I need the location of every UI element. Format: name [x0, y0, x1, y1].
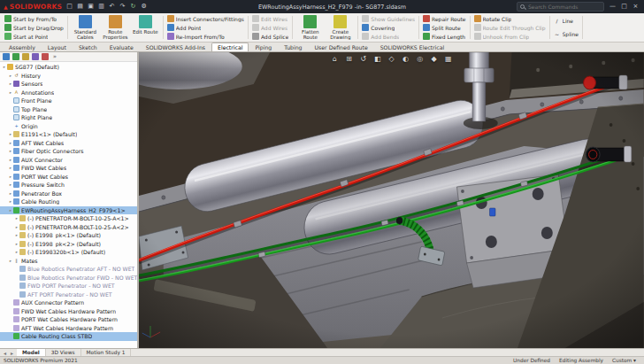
tree-item-penetrator-box[interactable]: ▸Penetrator Box: [0, 190, 137, 198]
ribbon-button-re-import-from-to[interactable]: Re-Import From/To: [166, 32, 245, 41]
zoom-fit-icon[interactable]: ⌂: [330, 54, 340, 64]
ribbon-button-route-properties[interactable]: Route Properties: [101, 14, 130, 41]
3d-scene[interactable]: [139, 52, 644, 348]
search-input[interactable]: [526, 3, 601, 11]
tab-tubing[interactable]: Tubing: [278, 43, 308, 51]
new-document-icon[interactable]: □: [65, 3, 73, 11]
hide-show-icon[interactable]: ◎: [415, 54, 425, 64]
tree-item-fwd-wet-cables-hardware-pattern[interactable]: FWD Wet Cables Hardware Pattern: [0, 307, 137, 316]
tree-item-pressure-switch[interactable]: ▸Pressure Switch: [0, 181, 137, 190]
dimxpertmanager-icon[interactable]: [32, 53, 39, 60]
displaymanager-icon[interactable]: [42, 53, 49, 60]
tab-evaluate[interactable]: Evaluate: [104, 43, 140, 51]
tab-electrical[interactable]: Electrical: [211, 43, 249, 51]
tab-user-defined-route[interactable]: User Defined Route: [309, 43, 374, 51]
tree-item-ewroutingassyharness-h2-f979-1[interactable]: ▸EWRoutingAssyHarness_H2_F979<1>: [0, 206, 137, 215]
ribbon-button-route-edit-through-clip[interactable]: Route Edit Through Clip: [473, 23, 547, 32]
tree-item-port-wet-cables[interactable]: ▸PORT Wet Cables: [0, 173, 137, 182]
tree-item-annotations[interactable]: ▸AAnnotations: [0, 89, 137, 97]
ribbon-button-covering[interactable]: Covering: [361, 23, 416, 32]
ribbon-button-start-at-point[interactable]: Start at Point: [4, 32, 65, 41]
ribbon-button-flatten-route[interactable]: Flatten Route: [295, 14, 325, 41]
tree-item-right-plane[interactable]: Right Plane: [0, 113, 137, 122]
bottom-tab-model[interactable]: Model: [17, 349, 46, 356]
ribbon-button-fixed-length[interactable]: Fixed Length: [422, 32, 467, 41]
edit-appearance-icon[interactable]: ◆: [429, 54, 439, 64]
tree-item-origin[interactable]: +Origin: [0, 122, 137, 131]
ribbon-button-rotate-clip[interactable]: Rotate Clip: [473, 14, 547, 23]
tab-solidworks-electrical[interactable]: SOLIDWORKS Electrical: [374, 43, 451, 51]
maximize-icon[interactable]: □: [619, 2, 629, 12]
ribbon-button-add-splice[interactable]: Add Splice: [251, 32, 289, 41]
redo-icon[interactable]: ↷: [119, 3, 126, 11]
tree-item-cable-routing-class-stbd[interactable]: Cable Routing Class STBD: [0, 332, 137, 341]
minimize-icon[interactable]: —: [608, 2, 617, 12]
section-view-icon[interactable]: ◧: [372, 54, 382, 64]
ribbon-button-start-by-from-to[interactable]: Start by From/To: [4, 14, 65, 23]
ribbon-button-split-route[interactable]: Split Route: [422, 23, 467, 32]
zoom-area-icon[interactable]: ⊞: [344, 54, 354, 64]
tree-item-aft-port-penetrator-no-wet[interactable]: AFT PORT Penetrator - NO WET: [0, 290, 137, 299]
view-orientation-icon[interactable]: ◇: [387, 54, 396, 64]
tree-item-aft-wet-cables[interactable]: ▸AFT Wet Cables: [0, 139, 137, 148]
tab-next-icon[interactable]: ▸: [9, 350, 15, 356]
tab-piping[interactable]: Piping: [249, 43, 278, 51]
ribbon-button-line[interactable]: /Line: [553, 17, 579, 26]
tree-item-e1191-1-default[interactable]: ▸E1191<1> (Default): [0, 130, 137, 139]
tree-item-top-plane[interactable]: Top Plane: [0, 105, 137, 114]
ribbon-button-insert-connectors-fittings[interactable]: Insert Connectors/Fittings: [166, 14, 245, 23]
rebuild-icon[interactable]: ↻: [129, 3, 137, 11]
previous-view-icon[interactable]: ↺: [358, 54, 368, 64]
status-custom[interactable]: Custom ▾: [608, 358, 640, 363]
featuremanager-tree-icon[interactable]: [3, 53, 10, 60]
ribbon-button-repair-route[interactable]: Repair Route: [422, 14, 467, 23]
tree-item-blue-robotics-penetrator-aft-no-wet[interactable]: Blue Robotics Penetrator AFT - NO WET: [0, 265, 137, 274]
options-icon[interactable]: ⚙: [140, 3, 148, 11]
bottom-tab-motion-study-1[interactable]: Motion Study 1: [81, 349, 132, 356]
scene-settings-icon[interactable]: ▦: [443, 54, 453, 64]
undo-icon[interactable]: ↶: [108, 3, 116, 11]
tree-item-penetrator-m-bolt-10-25-a-1[interactable]: ▸(-) PENETRATOR-M-BOLT-10-25-A<1>: [0, 214, 137, 223]
tree-item-port-wet-cables-hardware-pattern[interactable]: PORT Wet Cables Hardware Pattern: [0, 315, 137, 324]
status-under-defined[interactable]: Under Defined: [509, 358, 555, 363]
command-search[interactable]: [517, 2, 604, 12]
ribbon-button-add-wires[interactable]: Add Wires: [251, 23, 289, 32]
ribbon-button-add-point[interactable]: Add Point: [166, 23, 245, 32]
ribbon-button-start-by-drag-drop[interactable]: Start by Drag/Drop: [4, 23, 65, 32]
tree-item-sensors[interactable]: ▸Sensors: [0, 80, 137, 89]
ribbon-button-unhook-from-clip[interactable]: Unhook From Clip: [473, 32, 547, 41]
ribbon-button-add-bends[interactable]: Add Bends: [361, 32, 416, 41]
propertymanager-icon[interactable]: [12, 53, 19, 60]
tree-item-e1998320b-1-default[interactable]: ▸(-) E1998320b<1> (Default): [0, 248, 137, 257]
tree-item-aux-connector-pattern[interactable]: AUX Connector Pattern: [0, 298, 137, 307]
bottom-tab-3d-views[interactable]: 3D Views: [46, 349, 81, 356]
tree-item-mates[interactable]: ▸∥Mates: [0, 257, 137, 266]
tree-item-aux-connector[interactable]: ▸AUX Connector: [0, 156, 137, 165]
tree-item-blue-robotics-penetrator-fwd-no-wet[interactable]: Blue Robotics Penetrator FWD - NO WET: [0, 274, 137, 283]
ribbon-button-edit-route[interactable]: Edit Route: [131, 14, 160, 41]
tree-item-sg877-default[interactable]: ▸SG877 (Default): [0, 63, 137, 72]
tree-item-penetrator-m-bolt-10-25-a-2[interactable]: ▸(-) PENETRATOR-M-BOLT-10-25-A<2>: [0, 223, 137, 232]
tree-item-fwd-port-penetrator-no-wet[interactable]: FWD PORT Penetrator - NO WET: [0, 282, 137, 290]
tree-item-history[interactable]: ▸↺History: [0, 72, 137, 81]
close-icon[interactable]: ×: [631, 2, 640, 12]
tab-layout[interactable]: Layout: [42, 43, 73, 51]
tree-item-cable-routing[interactable]: ▸Cable Routing: [0, 197, 137, 206]
ribbon-button-edit-wires[interactable]: Edit Wires: [251, 14, 289, 23]
tree-item-front-plane[interactable]: Front Plane: [0, 97, 137, 105]
ribbon-button-standard-cables[interactable]: Standard Cables: [71, 14, 100, 41]
tree-item-fiber-optic-connectors[interactable]: ▸Fiber Optic Connectors: [0, 147, 137, 156]
status-editing-assembly[interactable]: Editing Assembly: [555, 358, 608, 363]
print-icon[interactable]: ▥: [97, 3, 105, 11]
tab-solidworks-add-ins[interactable]: SOLIDWORKS Add-Ins: [140, 43, 211, 51]
tab-sketch[interactable]: Sketch: [73, 43, 104, 51]
graphics-viewport[interactable]: ⌂⊞↺◧◇◐◎◆▦: [139, 52, 644, 348]
configurationmanager-icon[interactable]: [22, 53, 29, 60]
save-icon[interactable]: ▣: [87, 3, 95, 11]
ribbon-button-show-guidelines[interactable]: Show Guidelines: [361, 14, 416, 23]
display-style-icon[interactable]: ◐: [401, 54, 410, 64]
tab-prev-icon[interactable]: ◂: [2, 350, 8, 356]
tree-item-fwd-wet-cables[interactable]: ▸FWD Wet Cables: [0, 164, 137, 173]
tree-item-e1998-pk-2-default[interactable]: ▸(-) E1998_pk<2> (Default): [0, 240, 137, 249]
ribbon-button-spline[interactable]: ~Spline: [553, 30, 579, 39]
